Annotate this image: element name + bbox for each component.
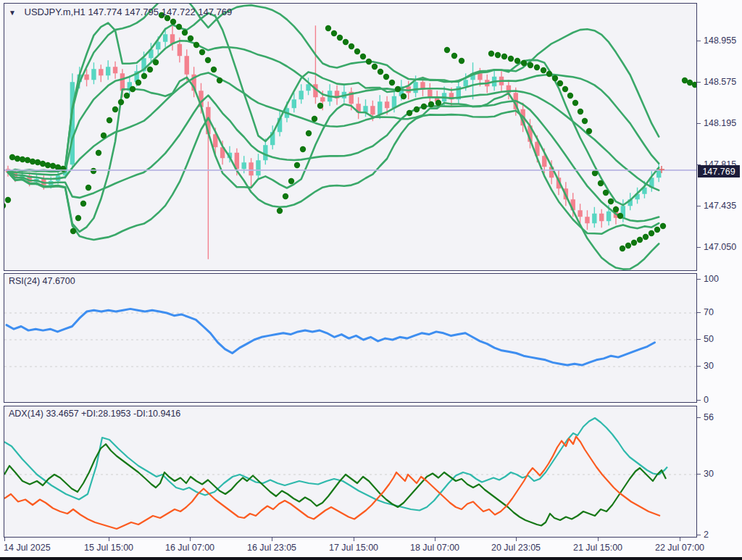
- axis-tick-label: 56: [704, 412, 714, 422]
- time-tick-label: 16 Jul 23:05: [247, 543, 296, 553]
- time-tick-label: 15 Jul 15:00: [84, 543, 133, 553]
- time-tick-label: 17 Jul 15:00: [329, 543, 378, 553]
- trading-terminal: { "header": { "dropdown_glyph": "▼", "sy…: [0, 0, 742, 560]
- time-tick-mark: [598, 538, 599, 541]
- time-tick-mark: [680, 538, 680, 541]
- time-tick-label: 20 Jul 23:05: [491, 543, 541, 553]
- axis-tick-mark: [697, 206, 701, 206]
- minus-di-line: [4, 437, 660, 530]
- ohlc-values-label: 147.774 147.795 147.722 147.769: [88, 7, 232, 17]
- time-tick-mark: [4, 538, 5, 541]
- time-tick-label: 16 Jul 07:00: [165, 543, 214, 553]
- axis-tick-mark: [697, 400, 701, 401]
- axis-tick-label: 0: [704, 395, 709, 405]
- time-tick-label: 14 Jul 2025: [4, 543, 51, 553]
- chart-header: ▼ USDJPY.m,H1 147.774 147.795 147.722 14…: [9, 7, 232, 17]
- time-tick-mark: [272, 538, 272, 541]
- adx-indicator-label: ADX(14) 33.4657 +DI:28.1953 -DI:10.9416: [9, 409, 180, 419]
- time-tick-mark: [516, 538, 517, 541]
- main-chart-canvas[interactable]: [4, 4, 696, 270]
- adx-panel[interactable]: ADX(14) 33.4657 +DI:28.1953 -DI:10.9416: [4, 406, 697, 538]
- axis-tick-label: 147.435: [704, 201, 736, 211]
- rsi-chart-canvas[interactable]: [4, 274, 696, 402]
- time-tick-mark: [435, 538, 435, 541]
- axis-tick-mark: [697, 82, 701, 83]
- time-tick-label: 18 Jul 07:00: [410, 543, 459, 553]
- main-chart-panel[interactable]: ▼ USDJPY.m,H1 147.774 147.795 147.722 14…: [4, 3, 697, 271]
- time-tick-label: 22 Jul 07:00: [655, 543, 704, 553]
- time-axis[interactable]: 14 Jul 202515 Jul 15:0016 Jul 07:0016 Ju…: [0, 538, 742, 557]
- rsi-line: [7, 309, 655, 365]
- current-price-badge: 147.769: [698, 165, 740, 177]
- time-tick-mark: [109, 538, 109, 541]
- axis-tick-mark: [697, 41, 701, 41]
- adx-chart-canvas[interactable]: [4, 406, 696, 537]
- adx-line: [4, 418, 667, 511]
- axis-tick-mark: [697, 123, 701, 124]
- rsi-indicator-label: RSI(24) 47.6700: [9, 276, 75, 286]
- axis-tick-label: 70: [704, 307, 714, 317]
- symbol-timeframe-label: USDJPY.m,H1: [25, 7, 86, 17]
- time-tick-mark: [190, 538, 191, 541]
- axis-tick-mark: [697, 417, 701, 418]
- axis-tick-label: 148.955: [704, 35, 736, 46]
- axis-tick-mark: [697, 535, 701, 535]
- bottom-window-edge: [0, 557, 742, 560]
- time-tick-label: 21 Jul 15:00: [573, 543, 622, 553]
- symbol-dropdown-icon[interactable]: ▼: [9, 9, 16, 17]
- time-tick-mark: [354, 538, 354, 541]
- axis-tick-label: 148.575: [704, 77, 736, 87]
- axis-tick-label: 30: [704, 361, 714, 371]
- rsi-panel[interactable]: RSI(24) 47.6700: [4, 273, 697, 403]
- axis-tick-label: 147.050: [704, 242, 736, 252]
- value-axis-gutter[interactable]: 148.955148.575148.195147.815147.435147.0…: [697, 0, 742, 560]
- rsi-gridlines: [4, 313, 696, 367]
- axis-tick-mark: [697, 312, 701, 313]
- axis-tick-mark: [697, 339, 701, 340]
- axis-tick-label: 148.195: [704, 118, 736, 128]
- axis-tick-mark: [697, 366, 701, 367]
- axis-tick-label: 30: [704, 469, 714, 479]
- axis-tick-mark: [697, 247, 701, 248]
- axis-tick-mark: [697, 279, 701, 280]
- axis-tick-mark: [697, 474, 701, 475]
- axis-tick-label: 50: [704, 334, 714, 344]
- plusminus-di-line: [4, 444, 666, 526]
- candles-layer: [6, 25, 662, 259]
- axis-tick-label: 100: [704, 274, 719, 284]
